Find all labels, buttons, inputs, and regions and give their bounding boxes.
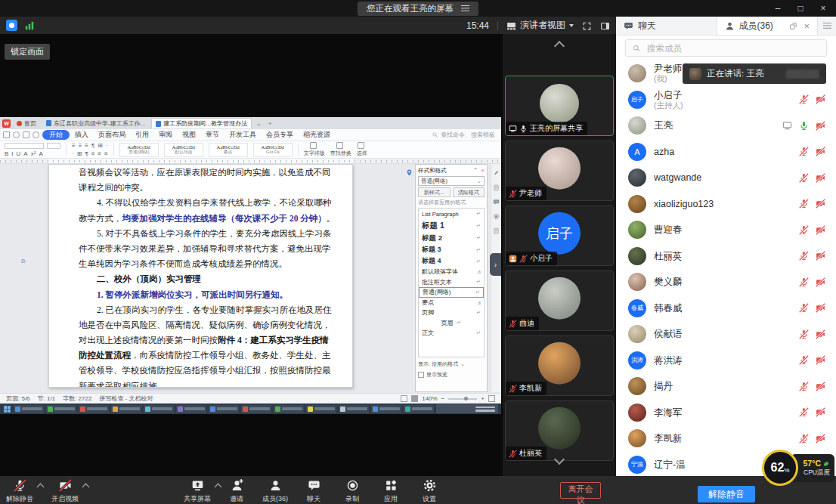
tile-name: 李凯新 [519, 383, 542, 394]
member-role: (我) [654, 74, 683, 83]
member-row[interactable]: 杜丽英 [616, 243, 836, 270]
mic-off-icon [799, 147, 809, 156]
clear-format-button: 清除格式 [453, 187, 485, 197]
member-row[interactable]: 揭丹 [616, 373, 836, 400]
document-line: 5. 对于不具备线上学习条件的学生，要充分考虑因线上学习条 [79, 226, 335, 241]
document-line: 对出现上述疫情情况的要第一时间按附件 4：建工系实习学生疫情 [79, 332, 335, 348]
strip-scroll-up-button[interactable] [503, 40, 616, 52]
preview-checkbox [418, 372, 424, 378]
toolbar-invite-button[interactable]: 邀请 [224, 479, 249, 504]
document-line: 生单纯因为学习条件不便而造成考核成绩差异的情况。 [79, 256, 335, 271]
toolbar-members-button[interactable]: 成员(36) [262, 479, 288, 504]
wps-ribbon: BIUAx²A ≡≡≡¶⊞· ·⊞¶≡≡≡ AaBbCcDd普通(网络)AaBb… [0, 141, 501, 159]
member-status-icons [799, 225, 825, 235]
maximize-button[interactable]: □ [789, 0, 812, 17]
member-row[interactable]: 春威 韩春威 [616, 295, 836, 322]
video-tile[interactable]: 杜丽英 [505, 400, 614, 461]
taskbar-item [371, 405, 401, 413]
tab-list-chevron-icon: ⌄ [254, 120, 264, 127]
style-item: 要点a [419, 298, 484, 308]
toolbar-chat-button[interactable]: 聊天 [301, 479, 327, 504]
member-name: 李凯新 [654, 433, 683, 444]
cam-off-icon [816, 277, 825, 287]
member-name: 辽宁-温 [654, 459, 686, 470]
member-row[interactable]: 曹迎春 [616, 217, 836, 243]
expand-handle: › [490, 253, 501, 276]
toolbar-apps-button[interactable]: 应用 [378, 479, 404, 504]
member-row[interactable]: 侯献语 [616, 321, 836, 348]
panel-more-button[interactable] [818, 17, 836, 35]
toolbar-share-screen-button[interactable]: 共享屏幕 [184, 479, 211, 504]
document-icon [156, 121, 161, 127]
video-tile[interactable]: 李凯新 [505, 335, 614, 396]
member-row[interactable]: 樊义麟 [616, 269, 836, 295]
chevron-up-icon[interactable] [82, 484, 90, 491]
member-name: 王亮 [654, 120, 673, 131]
leave-meeting-button[interactable]: 离开会议 [560, 482, 601, 499]
video-tile[interactable]: 王亮的屏幕共享 [505, 76, 614, 136]
member-row[interactable]: xiaoliziguo123 [616, 191, 836, 218]
video-tile[interactable]: 曲迪 [505, 271, 614, 331]
popout-panel-button[interactable] [789, 20, 797, 31]
panel-tabs: 聊天 成员(36) × [616, 17, 836, 36]
view-mode-selector[interactable]: 演讲者视图 [506, 19, 574, 32]
chevron-up-icon[interactable] [37, 484, 45, 491]
search-members-input[interactable] [646, 43, 820, 54]
toolbar-unmute-button[interactable]: 解除静音 [6, 479, 33, 504]
layout-panel-button[interactable] [600, 20, 610, 30]
cam-off-icon [816, 355, 825, 365]
pane-popout-icon: ⌃ [473, 167, 478, 174]
close-button[interactable]: × [812, 0, 834, 17]
member-status-icons [799, 173, 825, 183]
member-row[interactable]: 李凯新 [616, 425, 836, 452]
taskbar-item [241, 405, 271, 413]
viewing-banner[interactable]: 您正在观看王亮的屏幕 [358, 2, 478, 16]
member-name: 李海军 [654, 407, 683, 418]
ribbon-tool: 查找替换 [330, 142, 351, 157]
mic-off-icon [799, 382, 809, 391]
member-name: xiaoliziguo123 [654, 199, 714, 209]
toolbar-settings-button[interactable]: 设置 [416, 479, 442, 504]
strip-scroll-down-button[interactable] [503, 453, 616, 465]
member-row[interactable]: watgwande [616, 165, 836, 191]
panel-tab-members[interactable]: 成员(36) × [717, 17, 819, 35]
toolbar-record-button[interactable]: 录制 [339, 479, 365, 504]
tile-name-chip: 曲迪 [506, 317, 539, 330]
unmute-button[interactable]: 解除静音 [698, 486, 755, 502]
lock-view-badge[interactable]: 锁定画面 [5, 44, 50, 60]
toolbar-start-video-button[interactable]: 开启视频 [51, 479, 79, 504]
current-style-dropdown: 普通(网络)⌄ [418, 176, 485, 186]
member-status-icons [799, 94, 825, 104]
panel-tab-chat[interactable]: 聊天 [616, 17, 717, 35]
style-item: 标题 4↵ [419, 255, 484, 267]
cam-off-w-icon [59, 479, 72, 492]
chevron-up-icon[interactable] [215, 484, 222, 491]
member-name: azha [654, 147, 674, 157]
banner-menu-icon[interactable] [461, 5, 469, 12]
video-tile[interactable]: 尹老师 [505, 141, 614, 201]
video-tile[interactable]: 启子 小启子 [505, 206, 614, 266]
style-gallery-item: AaBbCcDd要点 [209, 143, 248, 157]
member-row[interactable]: 李海军 [616, 400, 836, 426]
wps-ruler [0, 159, 501, 164]
document-line: 4. 不得以仅给学生发资料自学来替代线上教学，不论采取哪种 [79, 195, 335, 210]
tile-avatar [538, 342, 581, 385]
zoom-out-button: − [441, 395, 445, 402]
member-row[interactable]: A azha [616, 139, 836, 165]
members-panel: 聊天 成员(36) × 尹老师 (我) 启子 小启子 (主持人) 王亮 [616, 17, 836, 476]
leaf-icon [822, 459, 830, 468]
fullscreen-button[interactable] [582, 20, 592, 30]
document-line: 二、校外（顶岗）实习管理 [79, 271, 335, 286]
close-panel-button[interactable]: × [803, 21, 810, 31]
shared-screen-view[interactable]: 锁定画面 W 首页 东辽县职业高级中学-建工系工作... 建工系防疫期间...教… [0, 34, 503, 476]
member-row[interactable]: 王亮 [616, 113, 836, 139]
member-avatar [628, 169, 646, 187]
member-row[interactable]: 启子 小启子 (主持人) [616, 87, 836, 113]
wps-menu-item: 章节 [201, 130, 224, 140]
member-name: 小启子 [654, 90, 683, 100]
minimize-button[interactable]: – [766, 0, 789, 17]
cpu-monitor-widget[interactable]: 57°C CPU温度 62 % [762, 449, 834, 488]
mic-off-t-icon [509, 190, 517, 198]
view-page-icon [401, 395, 407, 402]
member-row[interactable]: 洪涛 蒋洪涛 [616, 348, 836, 374]
